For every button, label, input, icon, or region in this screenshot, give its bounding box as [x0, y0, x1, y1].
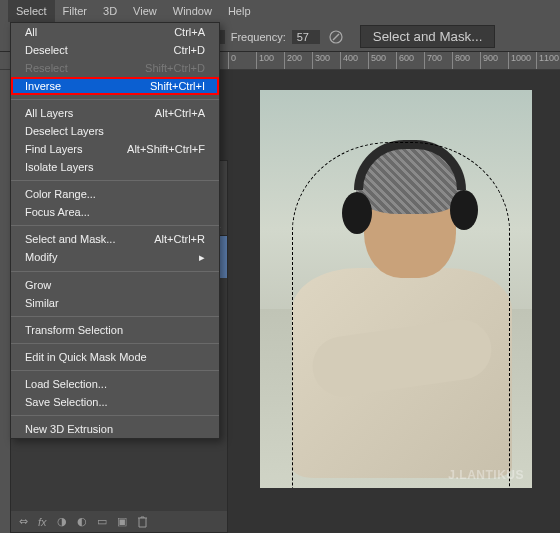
ruler-tick: 600	[396, 52, 414, 69]
ruler-tick: 1100	[536, 52, 559, 69]
adjustment-icon[interactable]: ◐	[77, 515, 87, 528]
menu-separator	[11, 271, 219, 272]
ruler-tick: 200	[284, 52, 302, 69]
ruler-tick: 800	[452, 52, 470, 69]
layers-footer: ⇔ fx ◑ ◐ ▭ ▣	[11, 510, 227, 532]
menu-item-label: Modify	[25, 251, 57, 264]
menu-item-label: Isolate Layers	[25, 161, 93, 173]
menu-item-modify[interactable]: Modify▸	[11, 248, 219, 267]
ruler-tick: 100	[256, 52, 274, 69]
menu-item-label: Grow	[25, 279, 51, 291]
menu-item-label: Focus Area...	[25, 206, 90, 218]
ruler-tick: 700	[424, 52, 442, 69]
menu-separator	[11, 370, 219, 371]
ruler-tick: 0	[228, 52, 236, 69]
menu-item-new-3d-extrusion[interactable]: New 3D Extrusion	[11, 420, 219, 438]
menu-item-shortcut: Ctrl+A	[174, 26, 205, 38]
group-icon[interactable]: ▭	[97, 515, 107, 528]
ruler-tick: 900	[480, 52, 498, 69]
menu-item-focus-area[interactable]: Focus Area...	[11, 203, 219, 221]
menu-item-isolate-layers[interactable]: Isolate Layers	[11, 158, 219, 176]
watermark-text: J.LANTIKUS	[448, 468, 524, 482]
selection-marquee	[292, 142, 510, 488]
new-layer-icon[interactable]: ▣	[117, 515, 127, 528]
menu-item-inverse[interactable]: InverseShift+Ctrl+I	[11, 77, 219, 95]
menu-item-label: Similar	[25, 297, 59, 309]
menu-item-label: Color Range...	[25, 188, 96, 200]
menu-help[interactable]: Help	[220, 0, 259, 22]
menu-item-shortcut: Alt+Ctrl+R	[154, 233, 205, 245]
menu-select[interactable]: Select	[8, 0, 55, 22]
menu-item-label: Inverse	[25, 80, 61, 92]
menu-filter[interactable]: Filter	[55, 0, 95, 22]
menu-item-label: Save Selection...	[25, 396, 108, 408]
menu-item-load-selection[interactable]: Load Selection...	[11, 375, 219, 393]
ruler-tick: 1000	[508, 52, 531, 69]
menu-separator	[11, 99, 219, 100]
menu-separator	[11, 225, 219, 226]
frequency-value[interactable]: 57	[292, 30, 320, 44]
menu-item-shortcut: Shift+Ctrl+I	[150, 80, 205, 92]
select-dropdown-menu: AllCtrl+ADeselectCtrl+DReselectShift+Ctr…	[10, 22, 220, 439]
menu-item-grow[interactable]: Grow	[11, 276, 219, 294]
menu-item-deselect[interactable]: DeselectCtrl+D	[11, 41, 219, 59]
menu-3d[interactable]: 3D	[95, 0, 125, 22]
menu-separator	[11, 180, 219, 181]
menu-item-color-range[interactable]: Color Range...	[11, 185, 219, 203]
trash-icon[interactable]	[137, 516, 148, 528]
pressure-icon[interactable]	[326, 27, 346, 47]
menu-item-shortcut: Alt+Ctrl+A	[155, 107, 205, 119]
photo-subject	[292, 118, 512, 478]
menu-item-deselect-layers[interactable]: Deselect Layers	[11, 122, 219, 140]
menu-item-shortcut: Ctrl+D	[174, 44, 205, 56]
menu-item-label: Reselect	[25, 62, 68, 74]
menu-item-all-layers[interactable]: All LayersAlt+Ctrl+A	[11, 104, 219, 122]
menu-separator	[11, 343, 219, 344]
menu-item-save-selection[interactable]: Save Selection...	[11, 393, 219, 411]
ruler-tick: 400	[340, 52, 358, 69]
menu-item-label: Load Selection...	[25, 378, 107, 390]
menu-window[interactable]: Window	[165, 0, 220, 22]
link-layers-icon[interactable]: ⇔	[19, 515, 28, 528]
menu-item-label: Deselect	[25, 44, 68, 56]
menu-item-label: Transform Selection	[25, 324, 123, 336]
menu-separator	[11, 316, 219, 317]
frequency-label: Frequency:	[231, 31, 286, 43]
menu-item-reselect: ReselectShift+Ctrl+D	[11, 59, 219, 77]
menu-bar: Select Filter 3D View Window Help	[0, 0, 560, 22]
menu-item-shortcut: Shift+Ctrl+D	[145, 62, 205, 74]
menu-item-transform-selection[interactable]: Transform Selection	[11, 321, 219, 339]
mask-icon[interactable]: ◑	[57, 515, 67, 528]
menu-item-similar[interactable]: Similar	[11, 294, 219, 312]
menu-item-shortcut: Alt+Shift+Ctrl+F	[127, 143, 205, 155]
menu-item-shortcut: ▸	[199, 251, 205, 264]
document-image[interactable]: J.LANTIKUS	[260, 90, 532, 488]
menu-item-label: Find Layers	[25, 143, 82, 155]
menu-item-label: Edit in Quick Mask Mode	[25, 351, 147, 363]
select-and-mask-button[interactable]: Select and Mask...	[360, 25, 496, 48]
menu-item-find-layers[interactable]: Find LayersAlt+Shift+Ctrl+F	[11, 140, 219, 158]
menu-item-select-and-mask[interactable]: Select and Mask...Alt+Ctrl+R	[11, 230, 219, 248]
ruler-tick: 300	[312, 52, 330, 69]
menu-item-all[interactable]: AllCtrl+A	[11, 23, 219, 41]
menu-item-label: New 3D Extrusion	[25, 423, 113, 435]
menu-view[interactable]: View	[125, 0, 165, 22]
menu-item-label: All	[25, 26, 37, 38]
menu-item-label: All Layers	[25, 107, 73, 119]
menu-item-label: Deselect Layers	[25, 125, 104, 137]
ruler-tick: 500	[368, 52, 386, 69]
fx-icon[interactable]: fx	[38, 516, 47, 528]
menu-item-label: Select and Mask...	[25, 233, 116, 245]
menu-item-edit-in-quick-mask-mode[interactable]: Edit in Quick Mask Mode	[11, 348, 219, 366]
menu-separator	[11, 415, 219, 416]
canvas-area[interactable]: J.LANTIKUS	[205, 70, 560, 533]
